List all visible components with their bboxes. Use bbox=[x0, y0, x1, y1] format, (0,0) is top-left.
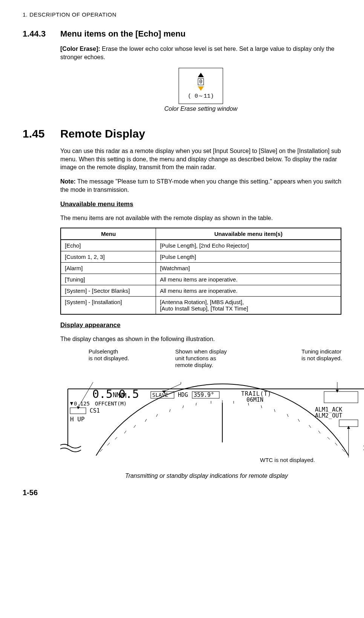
section-body: You can use this radar as a remote displ… bbox=[60, 147, 341, 479]
th-menu: Menu bbox=[61, 228, 156, 240]
svg-line-16 bbox=[248, 403, 249, 405]
svg-rect-32 bbox=[339, 420, 358, 427]
cell-items: All menu items are inoperative. bbox=[156, 274, 341, 285]
section-body: [Color Erase]: Erase the lower echo colo… bbox=[60, 45, 341, 112]
svg-line-23 bbox=[327, 437, 330, 439]
cell-items: [Pulse Length] bbox=[156, 251, 341, 262]
color-erase-window: 0 ( 0～11) bbox=[179, 68, 223, 104]
cell-menu: [Tuning] bbox=[61, 274, 156, 285]
color-erase-value: 0 bbox=[198, 78, 204, 85]
radar-cs1: CS1 bbox=[90, 407, 100, 414]
annot-line: Pulselength bbox=[89, 348, 118, 355]
svg-line-12 bbox=[196, 403, 196, 405]
cell-menu: [Custom 1, 2, 3] bbox=[61, 251, 156, 262]
svg-line-8 bbox=[145, 419, 147, 422]
radar-svg-icon: 0.5 NM 0.5NM 0.125 OFFCENT(M) CS1 H UP S… bbox=[60, 382, 364, 469]
svg-line-17 bbox=[261, 405, 262, 408]
svg-rect-31 bbox=[324, 392, 358, 403]
unavailable-intro: The menu items are not available with th… bbox=[60, 214, 341, 222]
radar-range-unit: NM bbox=[113, 391, 120, 399]
svg-marker-42 bbox=[347, 426, 350, 429]
annot-pulselength: Pulselength is not displayed. bbox=[89, 348, 129, 362]
radar-hdg-val: 359.9° bbox=[194, 392, 214, 398]
cell-menu: [Echo] bbox=[61, 240, 156, 251]
table-row: [System] - [Installation] [Antenna Rotat… bbox=[61, 296, 341, 314]
table-row: [System] - [Sector Blanks] All menu item… bbox=[61, 285, 341, 296]
arrow-down-icon bbox=[198, 86, 204, 91]
svg-line-18 bbox=[274, 409, 275, 412]
annot-line: Shown when display bbox=[175, 348, 227, 355]
unavailable-subhead: Unavailable menu items bbox=[60, 200, 341, 208]
radar-alm2: ALM2_OUT bbox=[315, 412, 342, 419]
table-row: [Custom 1, 2, 3] [Pulse Length] bbox=[61, 251, 341, 262]
svg-line-11 bbox=[183, 405, 184, 408]
svg-line-5 bbox=[115, 437, 117, 439]
radar-trail-time: 06MIN bbox=[246, 396, 263, 403]
heading-1443: 1.44.3 Menu items on the [Echo] menu bbox=[23, 29, 341, 39]
table-row: [Alarm] [Watchman] bbox=[61, 262, 341, 274]
svg-line-22 bbox=[318, 431, 320, 433]
annot-line: is not displayed. bbox=[301, 355, 342, 361]
svg-line-24 bbox=[335, 443, 337, 445]
annot-line: is not displayed. bbox=[89, 355, 129, 361]
remote-display-note: Note: The message "Please turn to STBY-m… bbox=[60, 177, 341, 194]
th-items: Unavailable menu item(s) bbox=[156, 228, 341, 240]
color-erase-text: Erase the lower echo color whose level i… bbox=[60, 46, 334, 60]
heading-number: 1.44.3 bbox=[23, 29, 60, 39]
heading-145: 1.45 Remote Display bbox=[23, 127, 341, 140]
display-appearance-intro: The display changes as shown in the foll… bbox=[60, 335, 341, 343]
svg-line-7 bbox=[134, 425, 136, 428]
svg-line-6 bbox=[124, 431, 126, 433]
svg-line-10 bbox=[170, 409, 170, 412]
cell-menu: [System] - [Installation] bbox=[61, 296, 156, 314]
cell-items: All menu items are inoperative. bbox=[156, 285, 341, 296]
radar-range: 0.5NM bbox=[92, 387, 121, 401]
annot-line: remote display. bbox=[175, 362, 213, 368]
svg-marker-40 bbox=[336, 390, 339, 393]
annot-remote: Shown when display unit functions as rem… bbox=[175, 348, 227, 369]
color-erase-para: [Color Erase]: Erase the lower echo colo… bbox=[60, 45, 341, 61]
svg-marker-27 bbox=[70, 402, 73, 405]
figure-caption: Color Erase setting window bbox=[60, 106, 341, 112]
color-erase-figure: 0 ( 0～11) bbox=[60, 68, 341, 104]
remote-display-intro: You can use this radar as a remote displ… bbox=[60, 147, 341, 171]
display-appearance-subhead: Display appearance bbox=[60, 321, 341, 329]
radar-slave: SLAVE bbox=[152, 392, 168, 398]
cell-menu: [Alarm] bbox=[61, 262, 156, 274]
svg-line-4 bbox=[107, 443, 110, 445]
running-head: 1. DESCRIPTION OF OPERATION bbox=[23, 11, 341, 18]
note-text: The message "Please turn to STBY-mode wh… bbox=[60, 178, 341, 193]
cell-items: [Antenna Rotation], [MBS Adjust], [Auto … bbox=[156, 296, 341, 314]
cell-menu: [System] - [Sector Blanks] bbox=[61, 285, 156, 296]
table-header-row: Menu Unavailable menu item(s) bbox=[61, 228, 341, 240]
cell-items: [Watchman] bbox=[156, 262, 341, 274]
radar-offcent: OFFCENT(M) bbox=[95, 401, 127, 407]
heading-title: Remote Display bbox=[60, 127, 145, 140]
radar-range-val: 0.5 bbox=[92, 387, 113, 401]
table-row: [Echo] [Pulse Length], [2nd Echo Rejecto… bbox=[61, 240, 341, 251]
annot-line: unit functions as bbox=[175, 355, 216, 361]
radar-figure: Pulselength is not displayed. Shown when… bbox=[60, 348, 364, 476]
svg-line-20 bbox=[298, 419, 300, 422]
svg-line-21 bbox=[309, 425, 311, 428]
table-row: [Tuning] All menu items are inoperative. bbox=[61, 274, 341, 285]
svg-line-19 bbox=[287, 414, 288, 417]
annot-line: Tuning indicator bbox=[301, 348, 341, 355]
page: 1. DESCRIPTION OF OPERATION 1.44.3 Menu … bbox=[0, 0, 364, 508]
color-erase-label: [Color Erase]: bbox=[60, 46, 100, 52]
heading-title: Menu items on the [Echo] menu bbox=[60, 29, 185, 39]
heading-number: 1.45 bbox=[23, 127, 60, 140]
unavailable-table: Menu Unavailable menu item(s) [Echo] [Pu… bbox=[60, 228, 341, 315]
radar-hdg-label: HDG bbox=[178, 392, 188, 398]
page-number: 1-56 bbox=[23, 488, 341, 497]
note-label: Note: bbox=[60, 178, 76, 185]
cell-items: [Pulse Length], [2nd Echo Rejector] bbox=[156, 240, 341, 251]
arrow-up-icon bbox=[198, 73, 204, 77]
color-erase-range: ( 0～11) bbox=[188, 92, 214, 99]
radar-hup: H UP bbox=[70, 416, 85, 423]
svg-line-9 bbox=[156, 414, 158, 417]
annot-tuning: Tuning indicator is not displayed. bbox=[301, 348, 342, 362]
annot-wtc: WTC is not displayed. bbox=[260, 457, 315, 464]
